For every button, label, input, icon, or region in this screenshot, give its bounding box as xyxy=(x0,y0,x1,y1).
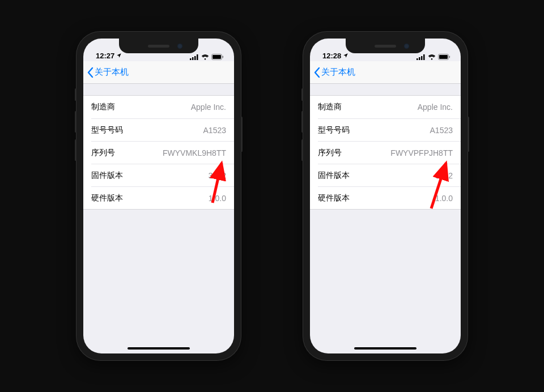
row-value: 1.0.0 xyxy=(209,194,226,203)
row-label: 硬件版本 xyxy=(91,193,123,203)
row-manufacturer[interactable]: 制造商 Apple Inc. xyxy=(310,96,461,118)
row-label: 固件版本 xyxy=(91,171,123,181)
phone-right: 12:28 关于本机 xyxy=(303,32,468,360)
home-indicator[interactable] xyxy=(128,347,190,350)
row-label: 硬件版本 xyxy=(318,193,350,203)
row-value: FWYVMKL9H8TT xyxy=(163,148,226,157)
row-firmware[interactable]: 固件版本 3.7.2 xyxy=(91,164,234,186)
location-icon xyxy=(116,52,122,60)
row-hardware[interactable]: 硬件版本 1.0.0 xyxy=(91,186,234,209)
row-value: 6.3.2 xyxy=(435,171,453,180)
row-label: 型号号码 xyxy=(91,125,123,135)
svg-rect-14 xyxy=(449,56,450,58)
row-firmware[interactable]: 固件版本 6.3.2 xyxy=(318,164,461,186)
row-model[interactable]: 型号号码 A1523 xyxy=(91,118,234,141)
svg-rect-5 xyxy=(212,55,221,59)
volume-down-button xyxy=(75,139,76,161)
row-value: A1523 xyxy=(203,126,226,135)
phone-left: 12:27 关于本机 xyxy=(76,32,241,360)
row-label: 序列号 xyxy=(318,148,342,158)
svg-rect-9 xyxy=(419,57,420,60)
settings-list: 制造商 Apple Inc. 型号号码 A1523 序列号 FWYVMKL9H8… xyxy=(83,95,234,210)
status-time: 12:28 xyxy=(322,52,341,60)
volume-up-button xyxy=(301,111,303,133)
row-model[interactable]: 型号号码 A1523 xyxy=(318,118,461,141)
row-hardware[interactable]: 硬件版本 1.0.0 xyxy=(318,186,461,209)
front-camera xyxy=(404,44,409,49)
back-label: 关于本机 xyxy=(321,67,355,78)
row-label: 型号号码 xyxy=(318,125,350,135)
row-value: Apple Inc. xyxy=(191,103,226,112)
back-label: 关于本机 xyxy=(95,67,129,78)
svg-rect-0 xyxy=(190,58,192,60)
mute-switch xyxy=(301,88,303,101)
notch xyxy=(346,39,425,53)
home-indicator[interactable] xyxy=(354,347,416,350)
power-button xyxy=(468,117,469,152)
svg-rect-2 xyxy=(194,56,196,60)
row-label: 固件版本 xyxy=(318,171,350,181)
svg-rect-6 xyxy=(223,56,224,58)
svg-rect-1 xyxy=(192,57,194,60)
wifi-icon xyxy=(201,54,209,60)
back-button[interactable]: 关于本机 xyxy=(87,67,129,78)
screen: 12:28 关于本机 xyxy=(310,39,461,353)
cellular-signal-icon xyxy=(416,54,426,60)
status-time: 12:27 xyxy=(96,52,114,60)
nav-bar: 关于本机 xyxy=(83,61,234,84)
row-manufacturer[interactable]: 制造商 Apple Inc. xyxy=(83,96,234,118)
settings-list: 制造商 Apple Inc. 型号号码 A1523 序列号 FWYVPFPJH8… xyxy=(310,95,461,210)
speaker-grille xyxy=(375,45,396,48)
row-serial[interactable]: 序列号 FWYVPFPJH8TT xyxy=(318,141,461,164)
front-camera xyxy=(177,44,182,49)
back-button[interactable]: 关于本机 xyxy=(313,67,355,78)
row-label: 序列号 xyxy=(91,148,115,158)
svg-rect-10 xyxy=(421,56,423,60)
row-serial[interactable]: 序列号 FWYVMKL9H8TT xyxy=(91,141,234,164)
notch xyxy=(119,39,198,53)
svg-rect-13 xyxy=(439,55,448,59)
screen: 12:27 关于本机 xyxy=(83,39,234,353)
speaker-grille xyxy=(148,45,169,48)
row-value: Apple Inc. xyxy=(418,103,453,112)
volume-down-button xyxy=(301,139,303,161)
svg-rect-11 xyxy=(423,54,425,60)
row-label: 制造商 xyxy=(91,102,115,112)
volume-up-button xyxy=(75,111,76,133)
cellular-signal-icon xyxy=(190,54,199,60)
battery-icon xyxy=(438,54,450,60)
row-value: 1.0.0 xyxy=(435,194,453,203)
wifi-icon xyxy=(428,54,436,60)
svg-rect-3 xyxy=(197,54,198,60)
mute-switch xyxy=(75,88,76,101)
battery-icon xyxy=(211,54,224,60)
row-value: A1523 xyxy=(430,126,453,135)
power-button xyxy=(241,117,243,152)
row-label: 制造商 xyxy=(318,102,342,112)
svg-rect-8 xyxy=(416,58,418,60)
location-icon xyxy=(343,52,348,60)
row-value: FWYVPFPJH8TT xyxy=(390,148,453,157)
nav-bar: 关于本机 xyxy=(310,61,461,84)
row-value: 3.7.2 xyxy=(209,171,226,180)
